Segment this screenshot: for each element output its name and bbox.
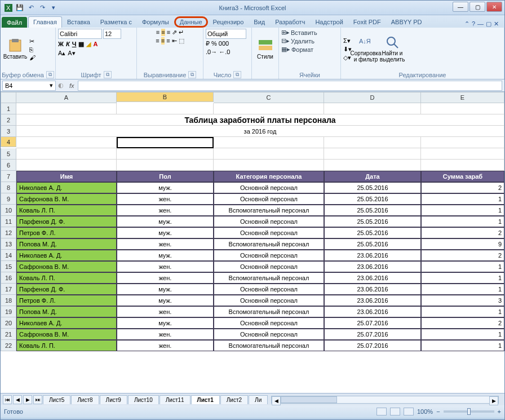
row-header[interactable]: 13 — [1, 238, 16, 250]
cell[interactable]: 25.05.2016 — [324, 216, 421, 227]
increase-decimal-icon[interactable]: .0→ — [206, 48, 217, 55]
autosum-icon[interactable]: Σ▾ — [343, 37, 352, 45]
cell[interactable]: муж. — [117, 250, 214, 261]
cell[interactable]: Основной персонал — [214, 182, 324, 193]
row-header[interactable]: 20 — [1, 317, 16, 329]
copy-icon[interactable]: ⎘ — [29, 46, 36, 53]
cell[interactable]: 25.05.2016 — [324, 182, 421, 193]
cell[interactable]: муж. — [117, 317, 214, 329]
row-header[interactable]: 5 — [1, 148, 16, 160]
window-close-icon[interactable]: ✕ — [494, 20, 499, 28]
cell[interactable]: 9 — [421, 238, 504, 250]
row-header[interactable]: 12 — [1, 227, 16, 238]
tab-рецензиро[interactable]: Рецензиро — [208, 16, 249, 28]
cell[interactable]: жен. — [117, 306, 214, 317]
font-color-button[interactable]: A — [93, 41, 98, 48]
cell[interactable]: Вспомогательный персонал — [214, 272, 324, 284]
align-right-icon[interactable]: ≡ — [166, 37, 170, 45]
italic-button[interactable]: К — [66, 41, 70, 48]
col-header-c[interactable]: C — [214, 92, 324, 103]
cell[interactable] — [324, 103, 421, 114]
row-header[interactable]: 17 — [1, 284, 16, 295]
cell[interactable] — [324, 137, 421, 148]
cell[interactable] — [117, 160, 214, 171]
cell[interactable]: Основной персонал — [214, 227, 324, 238]
row-header[interactable]: 2 — [1, 114, 16, 126]
cell[interactable]: жен. — [117, 272, 214, 284]
row-header[interactable]: 18 — [1, 295, 16, 306]
row-header[interactable]: 11 — [1, 216, 16, 227]
zoom-out-button[interactable]: − — [436, 408, 440, 415]
cell[interactable]: Петров Ф. Л. — [16, 227, 117, 238]
table-title[interactable]: Таблица заработной платы персонала — [16, 114, 504, 126]
normal-view-button[interactable] — [376, 408, 387, 415]
formula-bar[interactable] — [78, 81, 502, 91]
sheet-nav-first[interactable]: ⏮ — [3, 395, 12, 404]
tab-надстрой[interactable]: Надстрой — [310, 16, 348, 28]
number-format-select[interactable] — [206, 29, 246, 39]
cell[interactable]: Вспомогательный персонал — [214, 205, 324, 216]
decrease-decimal-icon[interactable]: ←.0 — [219, 48, 230, 55]
row-header[interactable]: 10 — [1, 205, 16, 216]
cell[interactable]: муж. — [117, 227, 214, 238]
col-header-d[interactable]: D — [324, 92, 421, 103]
cell[interactable]: жен. — [117, 205, 214, 216]
cell[interactable]: 23.06.2016 — [324, 261, 421, 272]
clipboard-launcher[interactable]: ⧉ — [46, 71, 54, 78]
cell[interactable] — [16, 160, 117, 171]
tab-вставка[interactable]: Вставка — [62, 16, 95, 28]
bold-button[interactable]: Ж — [58, 41, 64, 48]
cell[interactable]: муж. — [117, 284, 214, 295]
cell[interactable]: жен. — [117, 193, 214, 205]
cell[interactable] — [214, 160, 324, 171]
wrap-text-icon[interactable]: ↵ — [179, 29, 184, 36]
cell[interactable]: Сумма зараб — [421, 171, 504, 182]
cell[interactable]: Вспомогательный персонал — [214, 238, 324, 250]
cell[interactable]: Вспомогательный персонал — [214, 340, 324, 351]
row-header[interactable]: 6 — [1, 160, 16, 171]
row-header[interactable]: 9 — [1, 193, 16, 205]
cell[interactable]: 23.06.2016 — [324, 306, 421, 317]
insert-cells-button[interactable]: ⊞▸Вставить — [281, 29, 338, 36]
cell[interactable]: 1 — [421, 193, 504, 205]
tab-разработч[interactable]: Разработч — [270, 16, 310, 28]
cell[interactable]: Основной персонал — [214, 216, 324, 227]
close-button[interactable]: ✕ — [486, 2, 502, 12]
cell[interactable]: 2 — [421, 250, 504, 261]
spreadsheet-grid[interactable]: A B C D E 12Таблица заработной платы пер… — [1, 92, 504, 393]
cell[interactable]: жен. — [117, 261, 214, 272]
align-top-icon[interactable]: ≡ — [156, 29, 160, 36]
page-layout-view-button[interactable] — [390, 408, 400, 415]
tab-данные[interactable]: Данные — [174, 16, 208, 28]
number-launcher[interactable]: ⧉ — [233, 71, 241, 78]
font-name-input[interactable] — [58, 29, 102, 39]
currency-icon[interactable]: ₽ — [206, 40, 210, 47]
cell[interactable]: Имя — [16, 171, 117, 182]
percent-icon[interactable]: % — [211, 40, 217, 47]
cell[interactable]: Коваль Л. П. — [16, 340, 117, 351]
cell[interactable]: Коваль Л. П. — [16, 205, 117, 216]
horizontal-scrollbar[interactable]: ◀ ▶ — [271, 396, 499, 404]
decrease-font-icon[interactable]: A▾ — [68, 50, 75, 57]
select-all-corner[interactable] — [1, 92, 16, 103]
zoom-in-button[interactable]: + — [498, 408, 501, 415]
cell[interactable]: 1 — [421, 284, 504, 295]
align-bottom-icon[interactable]: ≡ — [167, 29, 170, 36]
cell[interactable]: 25.07.2016 — [324, 317, 421, 329]
cell[interactable]: 3 — [421, 295, 504, 306]
sheet-tab[interactable]: Лист5 — [43, 395, 70, 404]
cell[interactable]: Основной персонал — [214, 250, 324, 261]
format-painter-icon[interactable]: 🖌 — [29, 54, 36, 61]
cell[interactable]: 1 — [421, 272, 504, 284]
cell[interactable]: жен. — [117, 340, 214, 351]
cell[interactable] — [16, 103, 117, 114]
minimize-ribbon-icon[interactable]: ⌃ — [464, 20, 469, 28]
col-header-e[interactable]: E — [421, 92, 504, 103]
cell[interactable]: Категория персонала — [214, 171, 324, 182]
cell[interactable]: 23.06.2016 — [324, 272, 421, 284]
align-middle-icon[interactable]: ≡ — [161, 29, 165, 36]
cell[interactable]: 1 — [421, 261, 504, 272]
sheet-tab[interactable]: Лист9 — [100, 395, 127, 404]
cell[interactable]: Дата — [324, 171, 421, 182]
row-header[interactable]: 21 — [1, 329, 16, 340]
